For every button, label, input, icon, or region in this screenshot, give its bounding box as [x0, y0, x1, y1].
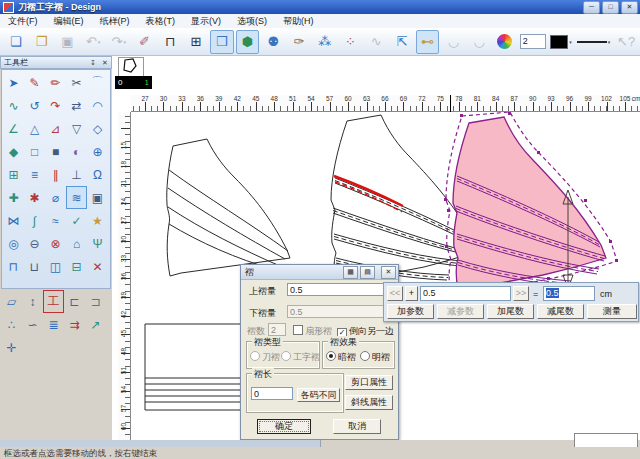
tool-icon[interactable]: ↗	[85, 313, 106, 336]
tool-icon[interactable]: ⊕	[87, 140, 108, 163]
scatter-points-button[interactable]: ⁘	[339, 30, 363, 54]
tool-icon[interactable]: ◐	[66, 140, 87, 163]
tool-icon[interactable]: ▣	[87, 186, 108, 209]
fan-pleat-checkbox[interactable]: 扇形褶	[293, 325, 332, 338]
tool-icon[interactable]: ▱	[1, 290, 22, 313]
right-pattern-piece[interactable]	[444, 112, 618, 298]
tool-icon[interactable]: ✂	[66, 71, 87, 94]
stroke-width-input[interactable]: 2	[520, 34, 546, 49]
tool-icon[interactable]: ⊞	[3, 163, 24, 186]
dropdown-caret-icon[interactable]: ▾	[98, 39, 101, 45]
tool-icon[interactable]: ⊿	[45, 117, 66, 140]
menu-display[interactable]: 显示(V)	[183, 14, 229, 28]
add-parameter-button[interactable]: 加参数	[387, 304, 434, 319]
minimize-button[interactable]: ─	[583, 1, 600, 14]
pleat-length-input[interactable]: 0	[251, 387, 293, 400]
dropdown-caret-icon[interactable]: ▾	[124, 39, 127, 45]
tool-icon[interactable]: ⊗	[45, 232, 66, 255]
new-document-button[interactable]: ❏	[4, 30, 28, 54]
visible-pleat-radio[interactable]: 明褶	[360, 351, 390, 364]
tool-icon[interactable]: △	[24, 117, 45, 140]
tool-icon[interactable]: ⊟	[66, 255, 87, 278]
tool-icon[interactable]: ⌒	[87, 71, 108, 94]
tool-icon[interactable]: ✛	[1, 336, 22, 359]
tool-icon[interactable]: ⇉	[64, 313, 85, 336]
tool-icon[interactable]: ∽	[22, 313, 43, 336]
tool-icon[interactable]: ■	[45, 140, 66, 163]
line-style[interactable]: ▾	[575, 30, 613, 54]
tool-icon[interactable]: ≈	[45, 209, 66, 232]
tool-icon[interactable]: ∥	[45, 163, 66, 186]
tool-icon[interactable]: 工	[43, 290, 64, 313]
sidebar-close-icon[interactable]: ✕	[99, 57, 111, 69]
clothes-rack-button[interactable]: ⊓	[158, 30, 182, 54]
tool-icon[interactable]: ∫	[24, 209, 45, 232]
tool-icon[interactable]: ◆	[3, 140, 24, 163]
eraser-button[interactable]: ✐	[133, 30, 157, 54]
cancel-button[interactable]: 取消	[333, 419, 381, 434]
expression-input[interactable]: 0.5	[420, 286, 511, 301]
tool-icon[interactable]: ∠	[3, 117, 24, 140]
measure-button[interactable]: 测量	[587, 304, 637, 319]
keyboard-icon[interactable]: ▤	[360, 266, 375, 279]
tool-icon[interactable]: ⊓	[3, 255, 24, 278]
menu-options[interactable]: 选项(S)	[229, 14, 275, 28]
tool-icon[interactable]: ▽	[66, 117, 87, 140]
tool-icon[interactable]: ⊏	[64, 290, 85, 313]
menu-edit[interactable]: 编辑(E)	[46, 14, 92, 28]
tool-icon[interactable]: ⊥	[66, 163, 87, 186]
grid-table-button[interactable]: ⊞	[184, 30, 208, 54]
brush-button[interactable]: ✑	[287, 30, 311, 54]
ok-button[interactable]: 确定	[257, 419, 311, 434]
tool-icon[interactable]: ➤	[3, 71, 24, 94]
tool-icon[interactable]: ⌂	[66, 232, 87, 255]
stroke-width[interactable]: 2	[519, 30, 547, 54]
hidden-pleat-radio[interactable]: 暗褶	[326, 351, 356, 364]
tool-icon[interactable]: Ω	[87, 163, 108, 186]
dropdown-caret-icon[interactable]: ▾	[608, 39, 611, 45]
tool-icon[interactable]: ⊔	[24, 255, 45, 278]
line-color[interactable]: ▾	[549, 30, 573, 54]
move-point-button[interactable]: ⇱	[390, 30, 414, 54]
pleat-dialog-titlebar[interactable]: 褶 ▦ ▤ ✕	[241, 265, 398, 280]
menu-table[interactable]: 表格(T)	[138, 14, 184, 28]
pattern-thumbnail[interactable]	[118, 57, 144, 77]
sidebar-header[interactable]: 工具栏 ↧ ✕	[0, 56, 112, 69]
result-input[interactable]: 0.5	[543, 286, 595, 301]
tool-icon[interactable]: ↷	[45, 94, 66, 117]
tool-icon[interactable]: ≋	[66, 186, 87, 209]
tool-icon[interactable]: ⇄	[66, 94, 87, 117]
tool-icon[interactable]: ◫	[45, 255, 66, 278]
tool-icon[interactable]: ↕	[22, 290, 43, 313]
dropdown-caret-icon[interactable]: ▾	[569, 39, 572, 45]
menu-help[interactable]: 帮助(H)	[275, 14, 322, 28]
notch-properties-button[interactable]: 剪口属性	[345, 375, 393, 390]
tool-icon[interactable]: ↺	[24, 94, 45, 117]
tool-icon[interactable]: ◠	[87, 94, 108, 117]
link-nodes-button[interactable]: ⁂	[313, 30, 337, 54]
color-wheel[interactable]	[493, 30, 517, 54]
calculator-icon[interactable]: ▦	[343, 266, 358, 279]
sub-tail-button[interactable]: 减尾数	[537, 304, 584, 319]
per-size-button[interactable]: 各码不同	[297, 388, 340, 402]
tool-icon[interactable]: ≣	[43, 313, 64, 336]
tool-icon[interactable]: ≡	[24, 163, 45, 186]
tool-icon[interactable]: ★	[87, 209, 108, 232]
tool-icon[interactable]: □	[24, 140, 45, 163]
measure-line-button[interactable]: ⊷	[416, 30, 440, 54]
tool-icon[interactable]: ∿	[3, 94, 24, 117]
pin-icon[interactable]: ↧	[87, 57, 99, 69]
maximize-button[interactable]: □	[602, 1, 619, 14]
left-pattern-piece[interactable]	[167, 139, 290, 276]
tool-icon[interactable]: ⊖	[24, 232, 45, 255]
add-tail-button[interactable]: 加尾数	[487, 304, 534, 319]
tool-icon[interactable]: ◎	[3, 232, 24, 255]
tool-icon[interactable]: ✓	[66, 209, 87, 232]
upper-pleat-input[interactable]: 0.5	[287, 283, 389, 296]
tool-icon[interactable]: ✕	[87, 255, 108, 278]
show-window-button[interactable]: ❒	[210, 30, 234, 54]
model-figure-button[interactable]: ⚉	[261, 30, 285, 54]
fill-piece-button[interactable]: ⬢	[236, 30, 260, 54]
menu-pattern[interactable]: 纸样(P)	[92, 14, 138, 28]
tool-icon[interactable]: ✏	[45, 71, 66, 94]
